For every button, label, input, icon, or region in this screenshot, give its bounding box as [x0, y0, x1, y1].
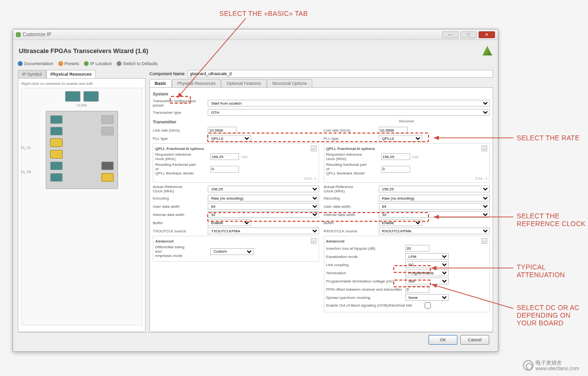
- rx-idw-select[interactable]: 32: [379, 211, 490, 218]
- port-block[interactable]: [50, 161, 63, 170]
- eq-mode-label: Equalization mode: [326, 255, 403, 259]
- annotation-basic-tab: SELECT THE «BASIC» TAB: [219, 10, 308, 17]
- tab-optional-features[interactable]: Optional Features: [221, 79, 267, 87]
- tx-reqref-input[interactable]: [210, 153, 239, 160]
- port-block[interactable]: [101, 161, 114, 170]
- collapse-icon[interactable]: –: [311, 238, 317, 244]
- channel-diagram[interactable]: CLKIN X1_Y1 X1_Y0: [21, 88, 142, 325]
- advanced-title: Advanced: [326, 239, 345, 243]
- spread-label: Spread spectrum clocking: [326, 295, 403, 300]
- dialog-title: Customize IP: [23, 32, 51, 37]
- port-block[interactable]: [101, 115, 114, 124]
- component-name-label: Component Name: [149, 71, 185, 76]
- tab-physical-resources-left[interactable]: Physical Resources: [46, 70, 96, 78]
- presets-icon: [58, 61, 63, 66]
- config-body: System Transceiver configuration presetS…: [149, 87, 493, 332]
- transceiver-type-select[interactable]: GTH: [208, 109, 490, 116]
- rx-outclk-select[interactable]: RXOUTCLKPMA: [379, 228, 490, 234]
- ok-button[interactable]: OK: [428, 335, 457, 345]
- maximize-button[interactable]: □: [460, 31, 477, 38]
- diff-swing-select[interactable]: Custom: [210, 248, 254, 255]
- tx-buffer-label: Buffer: [153, 221, 206, 225]
- rx-qpll-group: QPLL Fractional-N options– Requested ref…: [324, 143, 490, 183]
- tx-encoding-select[interactable]: Raw (no encoding): [208, 195, 319, 201]
- rx-pll-label: PLL type: [324, 136, 377, 141]
- termination-select[interactable]: Programmable: [405, 269, 449, 276]
- insertion-loss-input[interactable]: [405, 245, 429, 252]
- section-receiver: Receiver: [324, 119, 490, 124]
- tx-frac-input[interactable]: [210, 166, 239, 173]
- tx-actualref-select[interactable]: 156.25: [208, 186, 319, 192]
- eq-mode-select[interactable]: LPM: [405, 253, 449, 260]
- collapse-icon[interactable]: –: [481, 238, 487, 244]
- cancel-button[interactable]: Cancel: [460, 335, 489, 345]
- port-block[interactable]: [50, 127, 63, 135]
- tab-basic[interactable]: Basic: [149, 79, 172, 87]
- folder-icon: [84, 61, 89, 66]
- component-name-input[interactable]: [187, 70, 493, 78]
- tx-idw-select[interactable]: 32: [208, 211, 319, 218]
- collapse-icon[interactable]: –: [481, 146, 487, 151]
- type-label: Transceiver type: [153, 110, 206, 115]
- port-block[interactable]: [50, 115, 63, 124]
- qpll-title: QPLL Fractional-N options: [326, 147, 375, 151]
- rx-frac-input[interactable]: [381, 166, 410, 173]
- link-coupling-select[interactable]: DC: [405, 261, 449, 268]
- oob-checkbox[interactable]: [425, 302, 431, 309]
- rx-udw-select[interactable]: 64: [379, 203, 490, 210]
- tab-structural-options[interactable]: Structural Options: [267, 79, 312, 87]
- tx-line-rate-label: Line rate (Gb/s): [153, 128, 206, 133]
- tx-advanced-group: Advanced– Differential swing and emphasi…: [153, 236, 319, 262]
- prog-term-select[interactable]: 800: [405, 278, 449, 284]
- preset-select[interactable]: Start from scratch: [208, 100, 490, 107]
- channel-chip[interactable]: [83, 91, 99, 102]
- advanced-title: Advanced: [155, 239, 174, 243]
- tx-line-rate-input[interactable]: [208, 127, 237, 134]
- annotation-rate: SELECT THE RATE: [517, 134, 580, 142]
- tx-pll-select[interactable]: QPLL0: [208, 135, 251, 142]
- selected-channel[interactable]: [101, 173, 114, 182]
- spread-select[interactable]: None: [405, 294, 449, 301]
- rx-reqref-input[interactable]: [381, 153, 410, 160]
- rx-line-rate-label: Line rate (Gb/s): [324, 128, 377, 133]
- sdn-note: 2^24 - 1: [326, 177, 488, 180]
- diff-swing-label: Differential swing and emphasis mode: [155, 245, 208, 258]
- port-label: X1_Y0: [21, 170, 31, 174]
- termination-label: Termination: [326, 271, 403, 275]
- rx-frac-label: Resulting fractional part of QPLL feedba…: [326, 162, 379, 175]
- rx-buffer-label: Buffer: [324, 221, 377, 225]
- link-coupling-label: Link coupling: [326, 263, 403, 267]
- tab-ip-symbol[interactable]: IP Symbol: [18, 70, 46, 78]
- toolbar-ip-location[interactable]: IP Location: [84, 61, 112, 66]
- rx-idw-label: Internal data width: [324, 213, 377, 217]
- ins-loss-label: Insertion loss at Nyquist (dB): [326, 246, 403, 251]
- toolbar-presets[interactable]: Presets: [58, 61, 80, 66]
- toolbar-documentation[interactable]: Documentation: [18, 61, 53, 66]
- physical-resources-panel: Right-click on channels to enable and ed…: [18, 78, 146, 332]
- rx-pll-select[interactable]: QPLL0: [379, 135, 422, 142]
- ppm-offset-input[interactable]: [405, 286, 429, 293]
- tx-actualref-label: Actual Reference Clock (MHz): [153, 185, 206, 193]
- xilinx-logo-icon: [482, 46, 492, 55]
- rx-buffer-select[interactable]: Enable: [379, 219, 422, 226]
- tx-udw-select[interactable]: 64: [208, 203, 319, 210]
- pll-block[interactable]: [50, 138, 63, 147]
- port-block[interactable]: [101, 127, 114, 135]
- close-button[interactable]: ✕: [479, 31, 495, 38]
- rx-actualref-select[interactable]: 156.25: [379, 186, 490, 192]
- toolbar-defaults[interactable]: Switch to Defaults: [117, 61, 158, 66]
- rx-decoding-select[interactable]: Raw (no encoding): [379, 195, 490, 201]
- channel-chip[interactable]: [65, 91, 80, 102]
- port-block[interactable]: [50, 173, 63, 182]
- minimize-button[interactable]: —: [442, 31, 458, 38]
- tx-buffer-select[interactable]: Enable: [208, 219, 251, 226]
- wizard-title: Ultrascale FPGAs Transceivers Wizard (1.…: [19, 47, 148, 54]
- collapse-icon[interactable]: –: [311, 146, 317, 151]
- rx-line-rate-input[interactable]: [379, 127, 408, 134]
- reset-icon: [117, 61, 121, 66]
- tab-physical-resources[interactable]: Physical Resources: [172, 79, 221, 87]
- left-hint: Right-click on channels to enable and ed…: [21, 81, 142, 86]
- pll-block[interactable]: [50, 150, 63, 159]
- tx-outclk-select[interactable]: TXOUTCLKPMA: [208, 228, 319, 234]
- annotation-attenuation: TYPICAL ATTENUATION: [517, 263, 565, 279]
